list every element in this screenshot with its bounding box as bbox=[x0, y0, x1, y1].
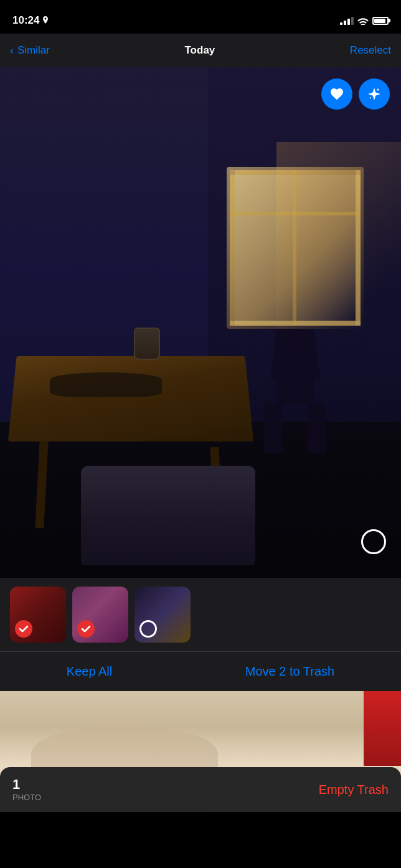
trash-count: 1 PHOTO bbox=[12, 777, 41, 801]
nav-bar: ‹ Similar Today Reselect bbox=[0, 34, 401, 67]
back-button[interactable]: ‹ Similar bbox=[10, 44, 50, 57]
heart-icon bbox=[329, 87, 344, 101]
move-to-trash-button[interactable]: Move 2 to Trash bbox=[227, 658, 353, 685]
photo-scene bbox=[0, 67, 401, 578]
table bbox=[8, 356, 253, 441]
main-photo[interactable] bbox=[0, 67, 401, 578]
action-row: Keep All Move 2 to Trash bbox=[0, 651, 401, 691]
reselect-button[interactable]: Reselect bbox=[350, 44, 391, 57]
thumbnail-2[interactable] bbox=[72, 587, 128, 643]
checkmark-icon-1 bbox=[19, 624, 29, 634]
wifi-icon bbox=[357, 16, 369, 25]
trash-number: 1 bbox=[12, 777, 41, 792]
sofa bbox=[81, 466, 255, 565]
svg-point-1 bbox=[370, 97, 371, 98]
photo-actions bbox=[321, 78, 390, 110]
red-item bbox=[364, 691, 401, 766]
battery-icon bbox=[372, 17, 389, 25]
table-items bbox=[50, 372, 162, 397]
thumbnail-1[interactable] bbox=[10, 587, 66, 643]
time-display: 10:24 bbox=[12, 14, 39, 27]
status-icons bbox=[340, 16, 389, 25]
edit-button[interactable] bbox=[359, 78, 390, 110]
thumb-check-1 bbox=[15, 620, 32, 638]
window-shadow bbox=[276, 142, 401, 329]
trash-bar: 1 PHOTO Empty Trash bbox=[0, 767, 401, 812]
thumb-circle-3 bbox=[139, 620, 157, 638]
checkmark-icon-2 bbox=[81, 624, 91, 634]
sparkle-icon bbox=[367, 87, 382, 101]
signal-icon bbox=[340, 17, 354, 25]
keep-all-button[interactable]: Keep All bbox=[48, 658, 131, 685]
thumbnail-3[interactable] bbox=[134, 587, 191, 643]
svg-point-0 bbox=[377, 89, 379, 91]
thumbnails-bar bbox=[0, 578, 401, 651]
empty-trash-button[interactable]: Empty Trash bbox=[319, 783, 389, 797]
thumb-check-2 bbox=[77, 620, 95, 638]
trash-photo-label: PHOTO bbox=[12, 793, 41, 802]
bottom-section: 1 PHOTO Empty Trash bbox=[0, 691, 401, 812]
nav-title: Today bbox=[185, 44, 215, 57]
mug bbox=[134, 328, 160, 360]
favorite-button[interactable] bbox=[321, 78, 352, 110]
status-time: 10:24 bbox=[12, 14, 49, 27]
selection-circle[interactable] bbox=[361, 529, 386, 554]
status-bar: 10:24 bbox=[0, 0, 401, 34]
location-icon bbox=[42, 16, 49, 25]
back-arrow-icon: ‹ bbox=[10, 44, 14, 57]
back-label: Similar bbox=[17, 44, 50, 57]
